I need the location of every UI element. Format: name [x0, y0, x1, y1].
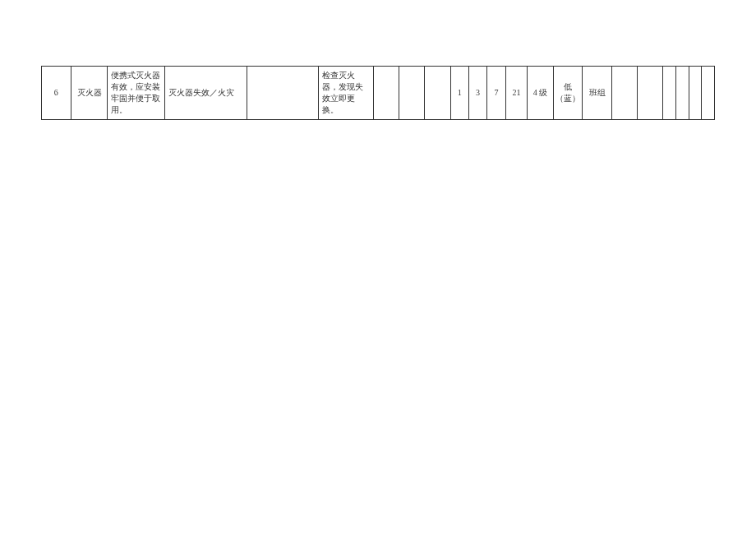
cell-9	[425, 67, 450, 120]
cell-18	[638, 67, 663, 120]
cell-seq: 6	[42, 67, 71, 120]
cell-item: 灭火器	[71, 67, 108, 120]
cell-22	[702, 67, 715, 120]
cell-requirement: 便携式灭火器有效，应安装牢固并便于取用。	[108, 67, 164, 120]
cell-19	[663, 67, 676, 120]
cell-21	[689, 67, 702, 120]
cell-e: 3	[468, 67, 486, 120]
cell-7	[373, 67, 399, 120]
cell-d: 21	[505, 67, 528, 120]
cell-8	[399, 67, 425, 120]
cell-17	[611, 67, 637, 120]
cell-risk: 低（蓝）	[553, 67, 583, 120]
table-row: 6 灭火器 便携式灭火器有效，应安装牢固并便于取用。 灭火器失效／火灾 检查灭火…	[42, 67, 715, 120]
cell-measure: 检查灭火器，发现失效立即更换。	[318, 67, 373, 120]
cell-5	[247, 67, 318, 120]
cell-level: 4 级	[528, 67, 553, 120]
cell-20	[676, 67, 689, 120]
risk-table-container: 6 灭火器 便携式灭火器有效，应安装牢固并便于取用。 灭火器失效／火灾 检查灭火…	[41, 66, 715, 120]
cell-unit: 班组	[583, 67, 612, 120]
cell-l: 1	[450, 67, 468, 120]
cell-c: 7	[487, 67, 505, 120]
cell-hazard: 灭火器失效／火灾	[164, 67, 247, 120]
risk-table: 6 灭火器 便携式灭火器有效，应安装牢固并便于取用。 灭火器失效／火灾 检查灭火…	[41, 66, 715, 120]
